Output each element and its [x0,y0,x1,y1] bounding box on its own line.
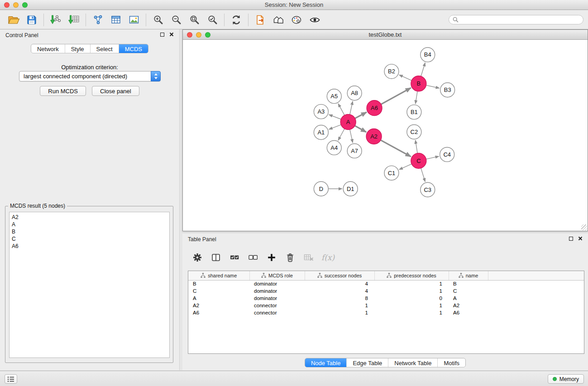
table-cell[interactable]: C [188,287,249,295]
close-panel-icon[interactable] [169,32,174,37]
mcds-result-item[interactable]: C [12,235,167,243]
edge-C-C1[interactable] [399,164,412,169]
edge-B-B1[interactable] [416,91,417,104]
table-tab-edge-table[interactable]: Edge Table [346,358,388,367]
window-resize-grip[interactable] [581,224,587,230]
edge-B-B3[interactable] [426,85,439,88]
table-cell[interactable]: 4 [305,287,374,295]
minimize-network-window-button[interactable] [196,32,201,38]
column-header-shared-name[interactable]: shared name [188,271,249,280]
import-table-from-file-button[interactable] [65,12,83,28]
import-network-from-file-button[interactable] [47,12,65,28]
node-B4[interactable]: B4 [421,48,435,62]
column-header-mcds-role[interactable]: MCDS role [249,271,305,280]
table-tab-motifs[interactable]: Motifs [437,358,465,367]
edge-A-A2[interactable] [355,126,366,132]
table-cell[interactable]: A6 [449,309,488,316]
table-cell[interactable]: connector [249,309,305,316]
task-history-button[interactable] [5,374,17,384]
node-C[interactable]: C [411,153,426,168]
table-cell[interactable]: A2 [188,302,249,309]
table-cell[interactable]: 1 [374,302,449,309]
save-session-button[interactable] [23,12,41,28]
table-tab-network-table[interactable]: Network Table [388,358,437,367]
mcds-result-item[interactable]: A6 [12,243,167,250]
tab-network[interactable]: Network [31,44,65,53]
node-C4[interactable]: C4 [440,147,454,162]
table-settings-button[interactable] [191,252,203,263]
table-cell[interactable]: 1 [374,280,449,287]
network-graph-svg[interactable]: B4B2BB3A5A8A6A3B1AA1C2A2A4A7C4CC1C3DD1 [183,40,588,231]
close-panel-button[interactable]: Close panel [92,86,139,96]
node-A5[interactable]: A5 [327,89,341,104]
new-network-table-button[interactable] [107,12,125,28]
mcds-result-item[interactable]: A2 [12,214,167,221]
edge-A-A4[interactable] [338,129,344,140]
edge-A-A3[interactable] [329,114,341,119]
node-C2[interactable]: C2 [407,125,421,139]
show-hide-view-button[interactable] [306,12,324,28]
node-D1[interactable]: D1 [343,181,358,196]
node-B1[interactable]: B1 [407,105,421,119]
node-B[interactable]: B [411,76,426,91]
network-canvas[interactable]: B4B2BB3A5A8A6A3B1AA1C2A2A4A7C4CC1C3DD1 [183,40,588,231]
home-button[interactable] [269,12,287,28]
table-cell[interactable]: 1 [374,309,449,316]
table-cell[interactable]: 1 [305,309,374,316]
float-panel-icon[interactable] [160,33,164,37]
table-cell[interactable]: dominator [249,295,305,302]
open-session-button[interactable] [5,12,23,28]
node-C3[interactable]: C3 [421,182,435,197]
select-all-button[interactable] [229,252,240,263]
edge-A-A7[interactable] [350,129,353,143]
table-cell[interactable]: dominator [249,287,305,295]
float-table-panel-icon[interactable] [569,237,573,241]
mcds-result-item[interactable]: B [12,228,167,235]
edge-A-A5[interactable] [338,104,344,115]
edge-C-C4[interactable] [426,156,439,159]
node-A[interactable]: A [340,114,356,130]
table-cell[interactable]: 0 [374,295,449,302]
edge-A2-C[interactable] [381,140,411,157]
table-cell[interactable]: connector [249,302,305,309]
zoom-window-button[interactable] [22,2,28,8]
close-window-button[interactable] [4,2,10,8]
table-cell[interactable]: A [449,295,488,302]
search-input[interactable] [449,15,583,24]
function-builder-button[interactable]: f(x) [321,252,335,263]
table-cell[interactable]: 4 [305,280,374,287]
edge-B-B4[interactable] [421,63,425,76]
clear-table-button[interactable] [303,252,315,263]
mcds-result-item[interactable]: A [12,221,167,228]
close-table-panel-icon[interactable] [578,236,583,241]
edge-B-B2[interactable] [399,75,412,80]
close-network-window-button[interactable] [187,32,192,38]
export-image-button[interactable] [125,12,143,28]
table-cell[interactable]: A6 [188,309,249,316]
edge-A-A1[interactable] [329,125,341,129]
node-B3[interactable]: B3 [440,83,455,97]
show-columns-button[interactable] [210,252,222,263]
add-column-button[interactable] [266,252,277,263]
apply-style-button[interactable] [287,12,306,28]
refresh-button[interactable] [227,12,245,28]
node-A4[interactable]: A4 [327,140,341,155]
node-B2[interactable]: B2 [384,64,399,79]
minimize-window-button[interactable] [13,2,19,8]
dropdown-stepper[interactable] [151,71,161,81]
table-cell[interactable]: dominator [249,280,305,287]
edge-A-A8[interactable] [350,101,353,114]
table-cell[interactable]: 1 [305,302,374,309]
optimization-criterion-select[interactable]: largest connected component (directed) [19,71,161,81]
table-cell[interactable]: B [449,280,488,287]
zoom-selected-button[interactable] [203,12,221,28]
export-document-button[interactable] [251,12,269,28]
zoom-out-button[interactable] [167,12,185,28]
mcds-result-list[interactable]: A2ABCA6 [9,212,170,358]
table-cell[interactable]: 1 [374,287,449,295]
table-cell[interactable]: A [188,295,249,302]
edge-A6-B[interactable] [381,88,411,104]
node-D[interactable]: D [314,181,328,196]
tab-select[interactable]: Select [90,44,119,53]
delete-column-button[interactable] [284,252,296,263]
